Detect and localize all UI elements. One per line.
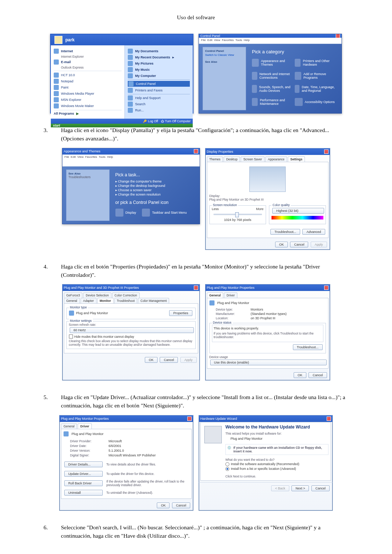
startmenu-control-panel[interactable]: Control Panel xyxy=(128,81,190,87)
startmenu-item-wmp[interactable]: Windows Media Player xyxy=(54,91,122,96)
startmenu-recent[interactable]: My Recent Documents ▸ xyxy=(128,55,190,60)
startmenu-mypic[interactable]: My Pictures xyxy=(128,61,190,66)
ok-button[interactable]: OK xyxy=(145,357,158,363)
task-theme[interactable]: ▸ Change the computer's theme xyxy=(115,180,193,183)
startmenu-item-wmm[interactable]: Windows Movie Maker xyxy=(54,103,122,108)
step-4-num: 4. xyxy=(44,262,52,279)
startmenu-item-hct[interactable]: HCT 10.0 xyxy=(54,73,122,78)
uninstall-driver-button[interactable]: Uninstall xyxy=(64,490,103,496)
tab-desktop[interactable]: Desktop xyxy=(224,156,240,162)
startmenu-item-paint[interactable]: Paint xyxy=(54,85,122,90)
startmenu-item-internet[interactable]: Internet xyxy=(54,49,122,54)
tab-general[interactable]: General xyxy=(207,292,224,298)
cpicon-taskbar[interactable]: Taskbar and Start Menu xyxy=(142,209,187,217)
step-6-text: Seleccione "Don't search, I will... (No … xyxy=(61,523,348,540)
close-icon[interactable] xyxy=(324,286,328,290)
tab-themes[interactable]: Themes xyxy=(207,156,223,162)
close-icon[interactable] xyxy=(194,149,198,153)
tab-color-correction[interactable]: Color Correction xyxy=(112,292,140,298)
startmenu-item-notepad[interactable]: Notepad xyxy=(54,79,122,84)
monitor-type-value: Plug and Play Monitor xyxy=(76,311,108,315)
tab-adapter[interactable]: Adapter xyxy=(81,298,97,303)
device-usage-select[interactable]: Use this device (enable) xyxy=(210,360,327,365)
ok-button[interactable]: OK xyxy=(275,242,288,247)
driver-version-value: 5.1.2001.0 xyxy=(109,449,189,452)
close-icon[interactable] xyxy=(324,149,328,154)
cat-perf[interactable]: Performance and Maintenance xyxy=(252,98,293,106)
logoff-button[interactable]: 🔑 Log Off xyxy=(143,119,158,123)
cancel-button[interactable]: Cancel xyxy=(160,357,178,363)
close-icon[interactable] xyxy=(194,286,198,290)
cpicon-display[interactable]: Display xyxy=(115,209,136,217)
cat-printers[interactable]: Printers and Other Hardware xyxy=(295,59,335,67)
ok-button[interactable]: OK xyxy=(157,502,170,508)
cat-appearance[interactable]: Appearance and Themes xyxy=(252,59,293,67)
cancel-button[interactable]: Cancel xyxy=(311,485,330,491)
folder-icon xyxy=(128,61,133,66)
cd-icon: 💿 xyxy=(227,446,231,450)
cancel-button[interactable]: Cancel xyxy=(172,502,190,508)
monitor-preview xyxy=(249,167,286,192)
refresh-rate-select[interactable]: 60 Hertz xyxy=(70,327,194,333)
startmenu-help[interactable]: Help and Support xyxy=(128,95,190,100)
driver-details-button[interactable]: Driver Details... xyxy=(64,461,103,467)
appearance-toolbar: File Edit View Favorites Tools Help xyxy=(62,155,200,167)
hide-modes-checkbox[interactable]: Hide modes that this monitor cannot disp… xyxy=(69,335,193,338)
tab-general[interactable]: General xyxy=(61,423,77,429)
pick-task-heading: Pick a task... xyxy=(115,172,193,177)
figure-row-3: Plug and Play Monitor and 3D Prophet III… xyxy=(44,284,348,381)
tab-settings[interactable]: Settings xyxy=(288,156,305,162)
startmenu-item-email[interactable]: E-mail xyxy=(54,59,122,65)
startmenu-printers[interactable]: Printers and Faxes xyxy=(128,88,190,93)
cancel-button[interactable]: Cancel xyxy=(290,242,308,247)
tab-general[interactable]: General xyxy=(64,298,80,303)
tab-color-mgmt[interactable]: Color Management xyxy=(138,298,169,303)
task-desktop[interactable]: ▸ Change the desktop background xyxy=(115,184,193,188)
task-screensaver[interactable]: ▸ Choose a screen saver xyxy=(115,188,193,192)
ok-button[interactable]: OK xyxy=(294,372,306,378)
cat-access[interactable]: Accessibility Options xyxy=(295,98,335,106)
cat-network[interactable]: Network and Internet Connections xyxy=(252,72,293,80)
startmenu-search[interactable]: Search xyxy=(128,102,190,107)
startmenu-mydocs[interactable]: My Documents xyxy=(128,49,190,54)
wizard-device: Plug and Play Monitor xyxy=(230,437,328,440)
resolution-slider[interactable] xyxy=(213,214,262,215)
cancel-button[interactable]: Cancel xyxy=(309,372,327,378)
startmenu-all-programs[interactable]: All Programs ▶ xyxy=(54,112,122,115)
close-icon[interactable] xyxy=(336,34,340,38)
update-driver-button[interactable]: Update Driver... xyxy=(64,471,103,477)
tab-device-selection[interactable]: Device Selection xyxy=(83,292,111,298)
tab-appearance[interactable]: Appearance xyxy=(265,156,287,162)
close-icon[interactable] xyxy=(187,416,192,421)
controlpanel-titlebar: Control Panel xyxy=(199,34,342,38)
wizard-opt-list[interactable]: Install from a list or specific location… xyxy=(225,467,328,471)
task-resolution[interactable]: ▸ Change the screen resolution xyxy=(115,193,193,196)
rollback-driver-button[interactable]: Roll Back Driver xyxy=(64,480,103,486)
tab-geforce3[interactable]: GeForce3 xyxy=(64,292,83,298)
tab-troubleshoot[interactable]: Troubleshoot xyxy=(114,298,137,303)
advanced-button[interactable]: Advanced xyxy=(302,229,325,235)
startmenu-item-msn[interactable]: MSN Explorer xyxy=(54,97,122,102)
startmenu-mymusic[interactable]: My Music xyxy=(128,67,190,72)
color-quality-select[interactable]: Highest (32 bit) xyxy=(272,208,324,214)
switch-classic-link[interactable]: Switch to Classic View xyxy=(205,53,244,57)
next-button[interactable]: Next > xyxy=(291,485,309,491)
turnoff-button[interactable]: ⏻ Turn Off Computer xyxy=(161,119,191,123)
close-icon[interactable] xyxy=(327,416,331,421)
cat-datetime[interactable]: Date, Time, Language, and Regional xyxy=(295,85,335,93)
color-legend: Color quality xyxy=(271,203,291,207)
startmenu-mycomputer[interactable]: My Computer xyxy=(128,73,190,78)
cat-sounds[interactable]: Sounds, Speech, and Audio Devices xyxy=(252,85,293,93)
startmenu-run[interactable]: Run... xyxy=(128,108,190,113)
troubleshoot-button[interactable]: Troubleshoot... xyxy=(270,229,300,235)
tab-driver[interactable]: Driver xyxy=(224,292,237,298)
troubleshoot-button[interactable]: Troubleshoot... xyxy=(293,344,323,350)
properties-button[interactable]: Properties xyxy=(169,310,192,316)
tab-driver[interactable]: Driver xyxy=(78,423,92,429)
refresh-label: Screen refresh rate: xyxy=(69,323,193,327)
tab-screensaver[interactable]: Screen Saver xyxy=(241,156,265,162)
folder-icon xyxy=(128,67,133,72)
tab-monitor[interactable]: Monitor xyxy=(97,298,114,303)
wizard-opt-auto[interactable]: Install the software automatically (Reco… xyxy=(225,462,328,466)
cat-addremove[interactable]: Add or Remove Programs xyxy=(295,72,335,80)
